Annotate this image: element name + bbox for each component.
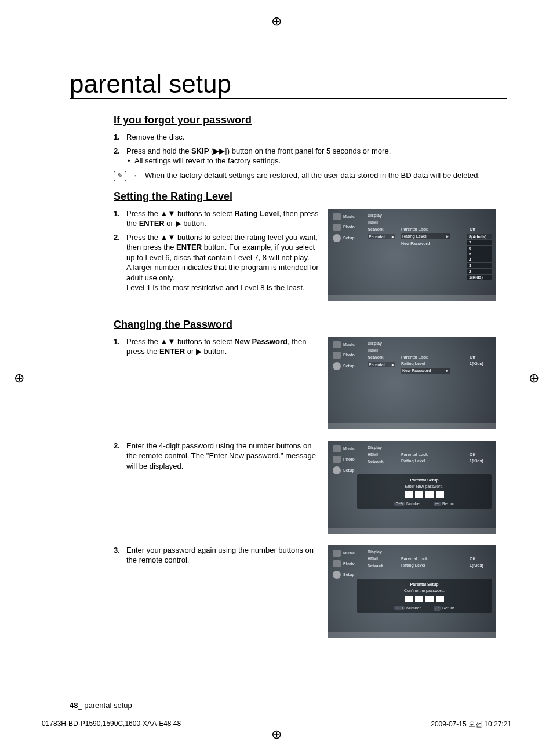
skip-next-icon: ▶▶| bbox=[213, 147, 227, 155]
page-title: parental setup bbox=[70, 70, 507, 99]
music-icon bbox=[333, 550, 341, 557]
updown-icon: ▲▼ bbox=[161, 233, 176, 242]
s3-step1: 1. Press the ▲▼ buttons to select New Pa… bbox=[114, 337, 320, 357]
right-icon: ▶ bbox=[176, 219, 181, 228]
step2: 2. Press and hold the SKIP (▶▶|) button … bbox=[114, 146, 507, 166]
screenshot-rating-level: Music Photo Setup Display HDMI Network P… bbox=[328, 209, 496, 301]
music-icon bbox=[333, 445, 341, 452]
photo-icon bbox=[333, 352, 341, 359]
right-icon: ▶ bbox=[196, 347, 202, 356]
heading-rating-level: Setting the Rating Level bbox=[114, 191, 507, 203]
gear-icon bbox=[333, 466, 341, 474]
gear-icon bbox=[333, 362, 341, 370]
note-text: When the factory default settings are re… bbox=[134, 171, 480, 180]
updown-icon: ▲▼ bbox=[161, 337, 176, 346]
registration-mark-icon: ⊕ bbox=[271, 14, 282, 29]
s3-step3: 3. Enter your password again using the n… bbox=[114, 545, 320, 565]
note-icon: ✎ bbox=[114, 171, 126, 181]
s2-step1: 1. Press the ▲▼ buttons to select Rating… bbox=[114, 209, 320, 229]
screenshot-new-password: Music Photo Setup Display HDMI Network P… bbox=[328, 337, 496, 429]
music-icon bbox=[333, 213, 341, 220]
updown-icon: ▲▼ bbox=[161, 209, 176, 218]
gear-icon bbox=[333, 234, 341, 242]
print-meta-footer: 01783H-BD-P1590,1590C,1600-XAA-E48 48 20… bbox=[0, 720, 553, 729]
s2-step2: 2. Press the ▲▼ buttons to select the ra… bbox=[114, 232, 320, 293]
photo-icon bbox=[333, 456, 341, 463]
heading-forgot-password: If you forgot your password bbox=[114, 114, 507, 126]
music-icon bbox=[333, 341, 341, 348]
registration-mark-icon: ⊕ bbox=[529, 371, 539, 386]
page-footer: 48_ parental setup bbox=[70, 701, 132, 710]
sub-bullet: All settings will revert to the factory … bbox=[126, 156, 507, 166]
s3-step2: 2. Enter the 4-digit password using the … bbox=[114, 441, 320, 472]
photo-icon bbox=[333, 224, 341, 231]
heading-change-password: Changing the Password bbox=[114, 319, 507, 331]
photo-icon bbox=[333, 560, 341, 567]
gear-icon bbox=[333, 571, 341, 579]
step1: 1. Remove the disc. bbox=[114, 132, 507, 143]
screenshot-confirm-password: Music Photo Setup Display HDMI Network P… bbox=[328, 545, 496, 638]
registration-mark-icon: ⊕ bbox=[14, 371, 24, 386]
screenshot-enter-password: Music Photo Setup Display HDMI Network P… bbox=[328, 441, 496, 534]
